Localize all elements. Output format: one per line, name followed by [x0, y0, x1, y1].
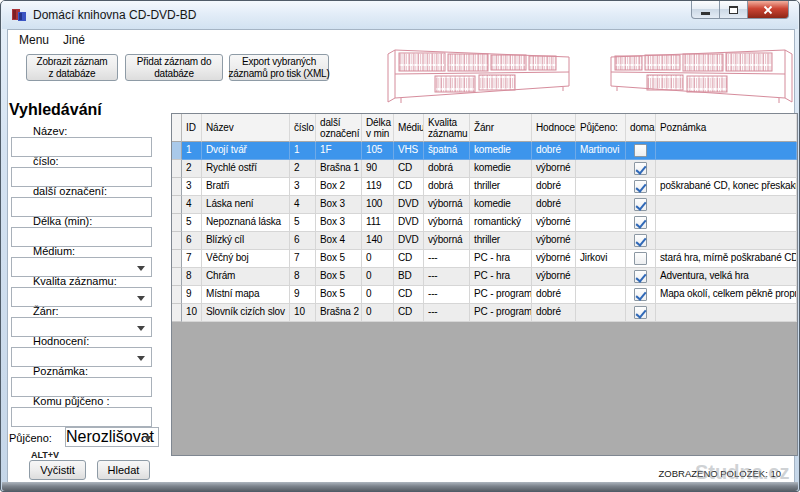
doma-checkbox[interactable]	[634, 270, 647, 283]
kvalita-label: Kvalita záznamu:	[33, 275, 117, 287]
dalsi-oznaceni-label: další označení:	[33, 185, 107, 197]
doma-checkbox[interactable]	[634, 180, 647, 193]
table-cell: špatná	[424, 142, 470, 160]
table-row[interactable]: 8Chrám8Box 50BD---PC - hravýbornéAdventu…	[172, 268, 797, 286]
menu-item-menu[interactable]: Menu	[19, 32, 49, 48]
table-row[interactable]: 9Místní mapa9Box 50CD---PC - programdobr…	[172, 286, 797, 304]
table-cell	[626, 250, 656, 268]
zanr-select[interactable]	[11, 317, 152, 337]
doma-checkbox[interactable]	[634, 162, 647, 175]
kvalita-select[interactable]	[11, 287, 152, 307]
table-row[interactable]: 4Láska není4Box 3100DVDvýbornákomediedob…	[172, 196, 797, 214]
pujceno-label: Půjčeno:	[9, 432, 52, 444]
table-cell: 9	[182, 286, 202, 304]
row-header-stub[interactable]	[172, 304, 182, 322]
poznamka-input[interactable]	[11, 377, 152, 397]
pujceno-select[interactable]: Nerozlišovat	[65, 427, 159, 447]
close-button[interactable]	[748, 1, 789, 19]
table-cell: výborná	[424, 232, 470, 250]
row-header-stub[interactable]	[172, 142, 182, 160]
search-heading: Vyhledávání	[9, 101, 102, 119]
komu-pujceno-label: Komu půjčeno :	[33, 395, 109, 407]
column-header[interactable]: Žánr	[470, 114, 532, 142]
add-record-button[interactable]: Přidat záznam dodatabáze	[125, 54, 223, 81]
table-cell: stará hra, mírně poškrabané CD	[656, 250, 797, 268]
clear-button[interactable]: Vyčistit	[29, 460, 86, 480]
column-header[interactable]: Kvalita záznamu	[424, 114, 470, 142]
medium-select[interactable]	[11, 257, 152, 277]
table-cell: Martinovi	[576, 142, 626, 160]
table-cell: komedie	[470, 160, 532, 178]
column-header[interactable]: Poznámka	[656, 114, 797, 142]
column-header[interactable]: číslo	[290, 114, 316, 142]
doma-checkbox[interactable]	[634, 252, 647, 265]
row-header-stub[interactable]	[172, 286, 182, 304]
komu-pujceno-input[interactable]	[11, 407, 152, 427]
column-header[interactable]: Médium	[394, 114, 424, 142]
column-header[interactable]: Název	[202, 114, 290, 142]
table-cell: výborná	[424, 196, 470, 214]
table-cell: CD	[394, 160, 424, 178]
table-row[interactable]: 10Slovník cizích slov10Brašna 20CD---PC …	[172, 304, 797, 322]
hodnoceni-select[interactable]	[11, 347, 152, 367]
row-header-stub[interactable]	[172, 178, 182, 196]
table-cell	[656, 196, 797, 214]
table-row[interactable]: 2Rychlé ostří2Brašna 190CDdobrákomedievý…	[172, 160, 797, 178]
show-record-button[interactable]: Zobrazit záznamz databáze	[26, 54, 118, 81]
app-icon	[11, 7, 27, 23]
doma-checkbox[interactable]	[634, 144, 647, 157]
row-header-stub[interactable]	[172, 268, 182, 286]
column-header[interactable]: ID	[182, 114, 202, 142]
search-button[interactable]: Hledat	[97, 460, 150, 480]
doma-checkbox[interactable]	[634, 216, 647, 229]
dalsi-oznaceni-input[interactable]	[11, 197, 152, 217]
maximize-button[interactable]	[720, 1, 748, 19]
table-cell: Box 3	[316, 196, 362, 214]
chevron-down-icon	[137, 266, 145, 271]
table-cell: dobré	[532, 196, 576, 214]
column-header[interactable]: doma:	[626, 114, 656, 142]
row-header-stub[interactable]	[172, 160, 182, 178]
table-cell: ---	[424, 286, 470, 304]
export-xml-button[interactable]: Export vybranýchzáznamů pro tisk (XML)	[229, 54, 329, 81]
column-header[interactable]: další označení	[316, 114, 362, 142]
table-cell: 0	[362, 250, 394, 268]
menu-item-jine[interactable]: Jiné	[63, 32, 85, 48]
table-cell	[626, 268, 656, 286]
table-cell: thriller	[470, 232, 532, 250]
table-row[interactable]: 5Nepoznaná láska5Box 3111DVDvýbornároman…	[172, 214, 797, 232]
row-header-stub[interactable]	[172, 214, 182, 232]
table-cell	[626, 232, 656, 250]
row-header-stub[interactable]	[172, 232, 182, 250]
table-cell: 10	[182, 304, 202, 322]
table-cell: poškrabané CD, konec přeskakuje	[656, 178, 797, 196]
table-row[interactable]: 3Bratři3Box 2119CDdobráthrillerdobrépošk…	[172, 178, 797, 196]
row-header-stub[interactable]	[172, 250, 182, 268]
nazev-input[interactable]	[11, 137, 152, 157]
doma-checkbox[interactable]	[634, 306, 647, 319]
window-title: Domácí knihovna CD-DVD-BD	[33, 8, 196, 22]
table-cell: Rychlé ostří	[202, 160, 290, 178]
minimize-button[interactable]	[691, 1, 720, 19]
row-header-stub[interactable]	[172, 196, 182, 214]
table-cell: PC - program	[470, 286, 532, 304]
delka-input[interactable]	[11, 227, 152, 247]
column-header[interactable]: Délka v min	[362, 114, 394, 142]
table-cell: dobré	[532, 142, 576, 160]
table-cell	[656, 232, 797, 250]
column-header[interactable]: Hodnocení	[532, 114, 576, 142]
table-cell	[576, 178, 626, 196]
table-row[interactable]: 1Dvojí tvář11F105VHSšpatnákomediedobréMa…	[172, 142, 797, 160]
column-header[interactable]: Půjčeno:	[576, 114, 626, 142]
title-bar[interactable]: Domácí knihovna CD-DVD-BD	[2, 1, 798, 29]
doma-checkbox[interactable]	[634, 198, 647, 211]
table-cell	[576, 196, 626, 214]
doma-checkbox[interactable]	[634, 234, 647, 247]
table-row[interactable]: 7Věčný boj7Box 50CD---PC - hravýbornéJir…	[172, 250, 797, 268]
table-cell: Box 4	[316, 232, 362, 250]
table-cell: výborná	[424, 214, 470, 232]
cislo-input[interactable]	[11, 167, 152, 187]
table-cell: Nepoznaná láska	[202, 214, 290, 232]
doma-checkbox[interactable]	[634, 288, 647, 301]
table-row[interactable]: 6Blízký cíl6Box 4140DVDvýbornáthrillervý…	[172, 232, 797, 250]
